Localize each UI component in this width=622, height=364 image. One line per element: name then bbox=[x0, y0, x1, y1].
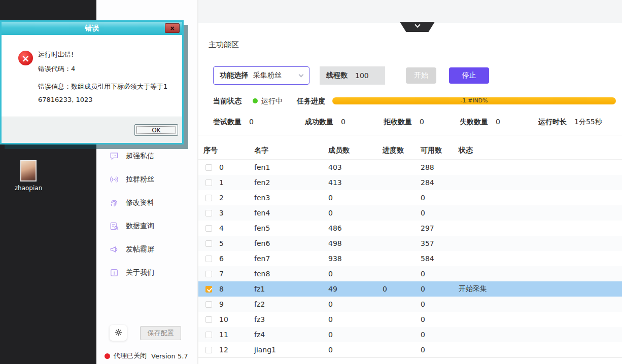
row-checkbox[interactable] bbox=[205, 256, 212, 262]
sidebar-item-label: 修改资料 bbox=[126, 198, 154, 207]
row-checkbox-cell bbox=[198, 286, 219, 293]
dialog-title: 错误 bbox=[85, 24, 99, 33]
row-checkbox-cell bbox=[198, 164, 219, 171]
counter-attempts: 尝试数量 0 bbox=[213, 118, 254, 127]
error-line-4: 67816233, 1023 bbox=[38, 96, 93, 103]
row-checkbox[interactable] bbox=[205, 179, 212, 186]
table-row[interactable]: 5 fen6 498 357 bbox=[198, 236, 622, 251]
table-row[interactable]: 11 fz4 0 0 bbox=[198, 327, 622, 342]
row-members: 0 bbox=[328, 315, 383, 323]
table-row[interactable]: 7 fen8 0 0 bbox=[198, 266, 622, 281]
table-row[interactable]: 10 fz3 0 0 bbox=[198, 312, 622, 327]
counter-value: 0 bbox=[249, 118, 254, 127]
proxy-off-dot-icon bbox=[105, 353, 110, 359]
row-available: 0 bbox=[421, 315, 459, 323]
row-id: 7 bbox=[219, 270, 254, 278]
row-name: jiang1 bbox=[254, 346, 328, 354]
main-panel: 主功能区 功能选择 采集粉丝 线程数 100 开始 停止 当前状态 运行中 任务… bbox=[198, 0, 622, 364]
row-name: fz4 bbox=[254, 331, 328, 339]
row-id: 4 bbox=[219, 224, 254, 232]
row-id: 9 bbox=[219, 300, 254, 308]
table-row[interactable]: 9 fz2 0 0 bbox=[198, 297, 622, 312]
row-members: 0 bbox=[328, 300, 383, 308]
row-checkbox[interactable] bbox=[205, 347, 212, 353]
error-line-1: 运行时出错! bbox=[38, 50, 74, 59]
table-row[interactable]: 4 fen5 486 297 bbox=[198, 221, 622, 236]
row-name: fen2 bbox=[254, 178, 328, 187]
page-title: 主功能区 bbox=[209, 40, 239, 50]
version-label: Version 5.7 bbox=[151, 352, 188, 360]
dialog-titlebar[interactable]: 错误 × bbox=[2, 22, 182, 35]
proxy-status-label: 代理已关闭 bbox=[114, 351, 147, 360]
row-members: 938 bbox=[328, 254, 383, 263]
sidebar-item-pull-group-fans[interactable]: 拉群粉丝 bbox=[96, 168, 197, 191]
row-members: 0 bbox=[328, 270, 383, 278]
divider bbox=[198, 135, 622, 135]
row-progress: 0 bbox=[383, 285, 421, 293]
row-available: 357 bbox=[421, 239, 459, 247]
row-id: 10 bbox=[219, 315, 254, 323]
sidebar-item-edit-profile[interactable]: 修改资料 bbox=[96, 191, 197, 214]
row-checkbox[interactable] bbox=[205, 210, 212, 216]
thread-count-label: 线程数 bbox=[326, 71, 348, 80]
function-select-dropdown[interactable]: 功能选择 采集粉丝 bbox=[213, 66, 309, 85]
row-checkbox[interactable] bbox=[205, 301, 212, 308]
row-available: 0 bbox=[421, 300, 459, 308]
save-config-button[interactable]: 保存配置 bbox=[140, 326, 181, 340]
settings-button[interactable] bbox=[110, 325, 127, 341]
megaphone-icon bbox=[109, 244, 119, 254]
table-row[interactable]: 2 fen3 0 0 bbox=[198, 190, 622, 205]
row-checkbox[interactable] bbox=[205, 316, 212, 323]
divider bbox=[198, 357, 622, 358]
sidebar-item-post-flood[interactable]: 发帖霸屏 bbox=[96, 238, 197, 261]
table-row[interactable]: 1 fen2 413 284 bbox=[198, 175, 622, 190]
table-body: 0 fen1 403 288 1 fen2 413 284 2 fen3 0 0… bbox=[198, 160, 622, 357]
row-available: 0 bbox=[421, 331, 459, 339]
info-icon bbox=[109, 268, 119, 278]
photo-thumbnail[interactable] bbox=[20, 160, 37, 181]
row-members: 413 bbox=[328, 178, 383, 187]
row-checkbox[interactable] bbox=[205, 164, 212, 171]
sidebar-item-private-message[interactable]: 超强私信 bbox=[96, 144, 197, 168]
row-checkbox[interactable] bbox=[205, 225, 212, 232]
start-button[interactable]: 开始 bbox=[406, 67, 436, 84]
row-checkbox[interactable] bbox=[205, 240, 212, 247]
column-header-progress: 进度数 bbox=[383, 146, 421, 155]
counter-value: 0 bbox=[341, 118, 345, 127]
row-members: 403 bbox=[328, 163, 383, 171]
row-checkbox[interactable] bbox=[205, 271, 212, 277]
collapse-panel-handle[interactable] bbox=[400, 22, 435, 32]
proxy-status: 代理已关闭 Version 5.7 bbox=[105, 351, 188, 360]
row-checkbox[interactable] bbox=[205, 286, 212, 293]
sidebar-item-about-us[interactable]: 关于我们 bbox=[96, 261, 197, 284]
stop-button[interactable]: 停止 bbox=[449, 67, 489, 84]
row-id: 6 bbox=[219, 254, 254, 263]
row-name: fen8 bbox=[254, 270, 328, 278]
table-row[interactable]: 3 fen4 0 0 bbox=[198, 205, 622, 221]
chevron-down-icon bbox=[414, 22, 420, 27]
counter-value: 0 bbox=[420, 118, 424, 127]
table-row[interactable]: 0 fen1 403 288 bbox=[198, 160, 622, 175]
thread-count-value: 100 bbox=[355, 71, 369, 80]
current-state-label: 当前状态 bbox=[213, 97, 241, 106]
table-row[interactable]: 8 fz1 49 0 0 开始采集 bbox=[198, 281, 622, 297]
row-members: 486 bbox=[328, 224, 383, 232]
progress-bar: -1.#IND% bbox=[332, 97, 616, 104]
table-row[interactable]: 6 fen7 938 584 bbox=[198, 251, 622, 266]
sidebar-item-data-query[interactable]: 数据查询 bbox=[96, 214, 197, 238]
close-icon[interactable]: × bbox=[165, 23, 180, 33]
row-checkbox[interactable] bbox=[205, 332, 212, 338]
table-header: 序号 名字 成员数 进度数 可用数 状态 bbox=[198, 142, 622, 160]
row-checkbox[interactable] bbox=[205, 195, 212, 201]
row-available: 0 bbox=[421, 194, 459, 202]
table-row[interactable]: 12 jiang1 0 0 bbox=[198, 342, 622, 357]
sidebar-item-label: 拉群粉丝 bbox=[126, 175, 154, 184]
row-members: 0 bbox=[328, 331, 383, 339]
counter-label: 成功数量 bbox=[305, 118, 333, 127]
chat-icon bbox=[109, 151, 119, 161]
ok-button[interactable]: OK bbox=[134, 124, 178, 136]
row-members: 0 bbox=[328, 209, 383, 217]
thread-count-input[interactable]: 线程数 100 bbox=[320, 66, 385, 85]
row-checkbox-cell bbox=[198, 316, 219, 323]
row-available: 0 bbox=[421, 346, 459, 354]
